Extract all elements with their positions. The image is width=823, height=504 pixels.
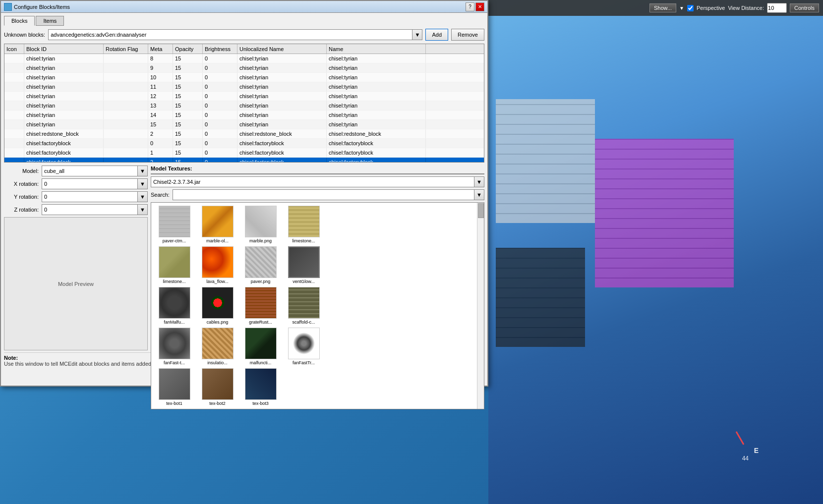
td-rotation [104, 92, 148, 101]
model-row: Model: cube_all cube cross ▼ [4, 166, 148, 176]
texture-item[interactable]: tex-bot1 [153, 367, 195, 407]
yrotation-combo-arrow[interactable]: ▼ [137, 192, 147, 202]
tab-items[interactable]: Items [36, 16, 64, 26]
tab-blocks[interactable]: Blocks [4, 16, 35, 26]
td-name: chisel:tyrian [327, 73, 426, 82]
table-row[interactable]: chisel:factoryblock 1 15 0 chisel:factor… [4, 148, 484, 158]
table-row[interactable]: chisel:tyrian 8 15 0 chisel:tyrian chise… [4, 54, 484, 63]
dialog-content: Blocks Items Unknown blocks: ▼ Add Remov… [1, 13, 487, 386]
toolbar: Show... ▼ Perspective View Distance: Con… [488, 0, 823, 16]
xrotation-combo-arrow[interactable]: ▼ [137, 179, 147, 189]
texture-search-input[interactable] [173, 192, 474, 198]
texture-scrollbar[interactable] [477, 203, 484, 409]
controls-button[interactable]: Controls [790, 3, 819, 12]
texture-label: marble.png [249, 238, 272, 243]
close-button[interactable]: ✕ [475, 2, 484, 11]
yrotation-combo[interactable]: 090180270 ▼ [42, 191, 148, 202]
texture-item[interactable]: limestone... [283, 205, 325, 244]
remove-button[interactable]: Remove [451, 29, 484, 41]
texture-item[interactable]: insulatio... [196, 327, 238, 366]
td-opacity: 15 [173, 139, 203, 148]
texture-item[interactable]: paver-ctm... [153, 205, 195, 244]
model-combo-arrow[interactable]: ▼ [137, 166, 147, 176]
td-unlocalized: chisel:factoryblock [237, 139, 327, 148]
td-brightness: 0 [203, 129, 237, 138]
yrotation-label: Y rotation: [4, 194, 39, 200]
td-blockid: chisel:tyrian [24, 73, 104, 82]
td-opacity: 15 [173, 129, 203, 138]
model-select[interactable]: cube_all cube cross [42, 166, 147, 176]
texture-thumb [288, 287, 320, 319]
table-row[interactable]: chisel:tyrian 9 15 0 chisel:tyrian chise… [4, 63, 484, 73]
texture-item[interactable]: malfuncti... [239, 327, 282, 366]
model-label: Model: [4, 168, 39, 174]
texture-item[interactable]: lava_flow... [196, 245, 238, 285]
texture-item[interactable]: tex-bot3 [239, 367, 282, 407]
td-blockid: chisel:redstone_block [24, 129, 104, 138]
xrotation-select[interactable]: 090180270 [42, 179, 147, 189]
yrotation-select[interactable]: 090180270 [42, 192, 147, 202]
td-icon [4, 111, 24, 119]
texture-label: paver.png [251, 279, 271, 284]
table-row[interactable]: chisel:redstone_block 2 15 0 chisel:reds… [4, 129, 484, 139]
texture-thumb [245, 287, 277, 319]
td-icon [4, 92, 24, 101]
texture-item[interactable]: cables.png [196, 286, 238, 326]
texture-scrollbar-thumb[interactable] [478, 203, 484, 218]
texture-label: paver-ctm... [163, 238, 186, 243]
texture-jar-arrow[interactable]: ▼ [474, 177, 484, 187]
table-row[interactable]: chisel:tyrian 12 15 0 chisel:tyrian chis… [4, 92, 484, 101]
table-row[interactable]: chisel:tyrian 10 15 0 chisel:tyrian chis… [4, 73, 484, 82]
table-row[interactable]: chisel:factoryblock 0 15 0 chisel:factor… [4, 139, 484, 148]
table-row[interactable]: chisel:tyrian 11 15 0 chisel:tyrian chis… [4, 82, 484, 92]
texture-thumb [159, 246, 190, 278]
table-row[interactable]: chisel:tyrian 13 15 0 chisel:tyrian chis… [4, 101, 484, 111]
texture-search-combo[interactable]: ▼ [173, 189, 484, 200]
texture-thumb [202, 246, 234, 278]
unknown-blocks-input[interactable] [51, 32, 410, 38]
table-row[interactable]: chisel:tyrian 14 15 0 chisel:tyrian chis… [4, 111, 484, 120]
texture-item[interactable]: fanMalfu... [153, 286, 195, 326]
texture-item[interactable]: grateRust... [239, 286, 282, 326]
xrotation-combo[interactable]: 090180270 ▼ [42, 178, 148, 189]
texture-label: tex-bot3 [252, 401, 269, 406]
texture-item[interactable]: marble-ol... [196, 205, 238, 244]
texture-item[interactable]: scaffold-c... [283, 286, 325, 326]
help-button[interactable]: ? [466, 2, 474, 11]
col-header-blockid: Block ID [24, 44, 104, 54]
texture-jar-input[interactable] [151, 179, 474, 185]
td-icon [4, 139, 24, 148]
table-row[interactable]: chisel:factoryblock 2 15 0 chisel:factor… [4, 158, 484, 162]
texture-item[interactable]: paver.png [239, 245, 282, 285]
col-header-unlocalized: Unlocalized Name [237, 44, 327, 54]
texture-label: limestone... [292, 238, 315, 243]
show-button[interactable]: Show... [649, 3, 676, 12]
col-header-name: Name [327, 44, 426, 54]
zrotation-select[interactable]: 090180270 [42, 205, 147, 215]
td-name: chisel:tyrian [327, 101, 426, 110]
td-meta: 10 [148, 73, 173, 82]
td-opacity: 15 [173, 101, 203, 110]
td-name: chisel:tyrian [327, 82, 426, 91]
td-icon [4, 148, 24, 157]
table-row[interactable]: chisel:tyrian 15 15 0 chisel:tyrian chis… [4, 120, 484, 129]
texture-item[interactable]: fanFastTr... [283, 327, 325, 366]
texture-item[interactable]: limestone... [153, 245, 195, 285]
texture-item[interactable]: ventGlow... [283, 245, 325, 285]
model-combo[interactable]: cube_all cube cross ▼ [42, 166, 148, 176]
zrotation-combo-arrow[interactable]: ▼ [137, 205, 147, 215]
texture-item[interactable]: fanFast-t... [153, 327, 195, 366]
td-brightness: 0 [203, 63, 237, 72]
texture-item[interactable]: tex-bot2 [196, 367, 238, 407]
title-bar: Configure Blocks/Items ? ✕ [1, 1, 487, 13]
texture-jar-combo[interactable]: ▼ [151, 176, 484, 187]
view-distance-input[interactable] [767, 3, 787, 13]
td-opacity: 15 [173, 111, 203, 119]
texture-search-arrow[interactable]: ▼ [474, 190, 484, 200]
zrotation-combo[interactable]: 090180270 ▼ [42, 204, 148, 215]
unknown-blocks-combo[interactable]: ▼ [48, 29, 422, 40]
unknown-blocks-dropdown-arrow[interactable]: ▼ [412, 30, 422, 40]
perspective-checkbox[interactable] [687, 5, 694, 11]
add-button[interactable]: Add [425, 29, 448, 41]
texture-item[interactable]: marble.png [239, 205, 282, 244]
